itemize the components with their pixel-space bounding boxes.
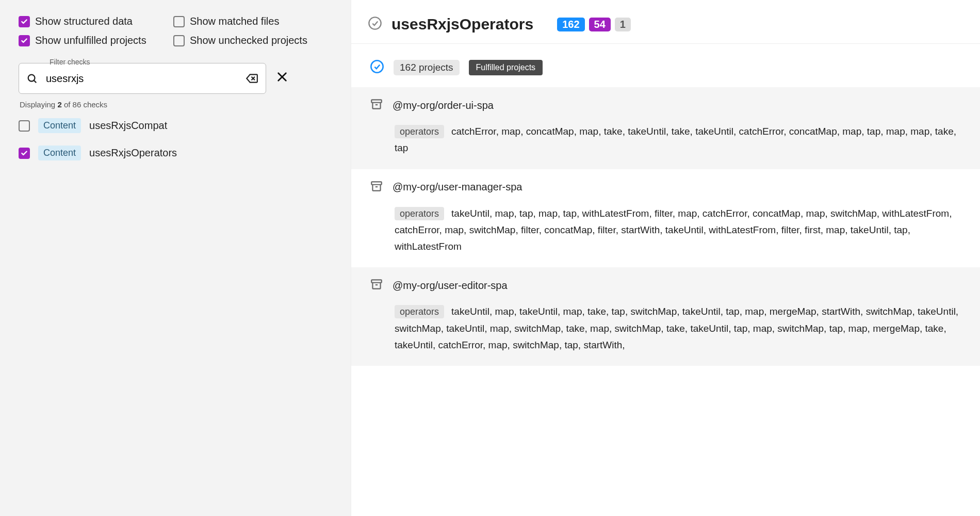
check-circle-icon	[370, 59, 384, 76]
checkbox-icon	[19, 120, 30, 132]
filter-input[interactable]	[45, 72, 238, 85]
operators-list: catchError, map, concatMap, map, take, t…	[395, 126, 956, 153]
checkbox-icon	[173, 16, 185, 27]
archive-icon	[370, 278, 383, 293]
svg-rect-8	[371, 100, 382, 102]
operators-list: takeUntil, map, takeUntil, map, take, ta…	[395, 306, 958, 350]
project-body: operatorstakeUntil, map, takeUntil, map,…	[370, 303, 961, 353]
archive-icon	[370, 180, 383, 195]
svg-point-0	[28, 75, 35, 82]
check-item[interactable]: Content usesRxjsOperators	[19, 146, 335, 160]
check-tag: Content	[38, 118, 81, 133]
project-header[interactable]: @my-org/user-editor-spa	[370, 278, 961, 293]
svg-rect-10	[371, 182, 382, 184]
project-header[interactable]: @my-org/user-manager-spa	[370, 180, 961, 195]
toggle-unchecked-projects[interactable]: Show unchecked projects	[173, 35, 307, 46]
section-tooltip: Fulfilled projects	[469, 60, 543, 75]
svg-rect-12	[371, 280, 382, 283]
detail-title: usesRxjsOperators	[391, 15, 533, 33]
badge-unfulfilled[interactable]: 54	[589, 18, 611, 31]
displaying-count: Displaying 2 of 86 checks	[20, 100, 334, 109]
left-panel: Show structured data Show matched files …	[0, 0, 351, 516]
toggle-label: Show unfulfilled projects	[35, 35, 146, 46]
project-body: operatorstakeUntil, map, tap, map, tap, …	[370, 205, 961, 255]
checkbox-icon	[19, 35, 30, 46]
detail-body: 162 projects Fulfilled projects @my-org/…	[351, 44, 980, 516]
project-name: @my-org/order-ui-spa	[393, 100, 494, 111]
clear-input-icon[interactable]	[245, 72, 258, 85]
check-circle-icon	[368, 16, 382, 33]
section-header: 162 projects Fulfilled projects	[351, 44, 980, 87]
svg-point-6	[369, 17, 381, 29]
badge-fulfilled[interactable]: 162	[557, 18, 584, 31]
badge-unchecked[interactable]: 1	[615, 18, 631, 31]
toggle-structured-data[interactable]: Show structured data	[19, 15, 153, 27]
filter-box: Filter checks	[19, 63, 266, 94]
project-name: @my-org/user-editor-spa	[393, 280, 508, 292]
project-item: @my-org/order-ui-spa operatorscatchError…	[351, 87, 980, 169]
toggle-matched-files[interactable]: Show matched files	[173, 15, 307, 27]
toggle-label: Show unchecked projects	[190, 35, 307, 46]
archive-icon	[370, 98, 383, 113]
right-panel: usesRxjsOperators 162 54 1 162 projects …	[351, 0, 980, 516]
project-name: @my-org/user-manager-spa	[393, 181, 522, 193]
check-name: usesRxjsOperators	[89, 147, 177, 159]
checkbox-icon	[19, 16, 30, 27]
project-item: @my-org/user-manager-spa operatorstakeUn…	[351, 169, 980, 268]
operators-tag: operators	[395, 207, 444, 220]
detail-header: usesRxjsOperators 162 54 1	[351, 0, 980, 44]
search-icon	[26, 73, 38, 84]
filter-label: Filter checks	[50, 58, 90, 66]
checkbox-icon	[19, 148, 30, 159]
checkbox-icon	[173, 35, 185, 46]
toggle-label: Show structured data	[35, 15, 133, 27]
toggle-group: Show structured data Show matched files …	[19, 15, 335, 54]
toggle-label: Show matched files	[190, 15, 279, 27]
operators-list: takeUntil, map, tap, map, tap, withLates…	[395, 208, 952, 252]
project-body: operatorscatchError, map, concatMap, map…	[370, 123, 961, 157]
operators-tag: operators	[395, 305, 444, 318]
check-item[interactable]: Content usesRxjsCompat	[19, 118, 335, 133]
close-filter-icon[interactable]	[276, 71, 288, 86]
check-name: usesRxjsCompat	[89, 120, 167, 132]
project-item: @my-org/user-editor-spa operatorstakeUnt…	[351, 267, 980, 366]
project-header[interactable]: @my-org/order-ui-spa	[370, 98, 961, 113]
filter-input-wrapper	[19, 63, 266, 94]
svg-line-1	[34, 80, 36, 83]
toggle-unfulfilled-projects[interactable]: Show unfulfilled projects	[19, 35, 153, 46]
filter-row: Filter checks	[19, 63, 335, 94]
section-count: 162 projects	[394, 60, 460, 75]
svg-point-7	[371, 60, 383, 72]
operators-tag: operators	[395, 125, 444, 138]
check-tag: Content	[38, 146, 81, 160]
